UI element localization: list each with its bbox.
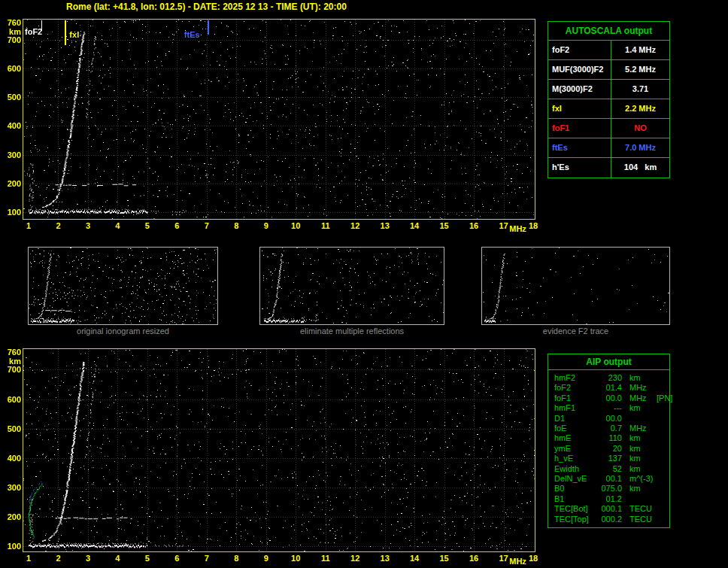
x-axis-label: 10: [287, 554, 304, 563]
x-axis-label: 16: [466, 554, 482, 563]
fxi-marker-label: fxI: [69, 30, 79, 39]
aip-extra: [655, 494, 669, 504]
x-axis-label: 11: [317, 554, 334, 563]
ftes-marker-line: [208, 20, 209, 35]
aip-val: 00.1: [596, 474, 622, 484]
thumbnail-evidence-f2: [481, 247, 670, 325]
aip-output-rows: hmF2230kmfoF201.4MHzfoF100.0MHz[PN]hmF1-…: [548, 373, 669, 524]
aip-row: foF100.0MHz[PN]: [548, 393, 669, 403]
x-axis-label: 14: [406, 221, 423, 230]
x-axis-label: 18: [525, 221, 541, 230]
aip-extra: [655, 474, 669, 484]
y-axis-label: 760: [2, 348, 21, 357]
y-axis-label: 400: [2, 454, 21, 463]
aip-unit: km: [622, 484, 655, 494]
aip-lab: foF2: [554, 383, 596, 393]
aip-row: DelN_vE00.1m^(-3): [548, 474, 669, 484]
autoscala-row: foF1NO: [548, 119, 669, 138]
aip-unit: km: [622, 464, 655, 474]
aip-lab: Ewidth: [554, 464, 596, 474]
aip-unit: MHz: [622, 383, 655, 393]
x-axis-label: 13: [377, 221, 393, 230]
aip-extra: [655, 373, 669, 383]
x-axis-label: 5: [139, 221, 156, 230]
aip-lab: TEC[Top]: [554, 515, 596, 524]
y-axis-unit: km: [2, 357, 21, 366]
autoscala-row-label: foF1: [548, 119, 611, 138]
x-axis-unit: MHz: [509, 224, 526, 233]
aip-extra: [655, 383, 669, 393]
aip-lab: B0: [554, 484, 596, 494]
ionogram-bottom: [23, 348, 535, 552]
autoscala-row: foF21.4 MHz: [548, 41, 669, 60]
thumbnail-evidence-canvas: [482, 248, 669, 324]
y-axis-label: 600: [2, 395, 21, 404]
aip-row: Ewidth52km: [548, 464, 669, 474]
aip-extra: [655, 424, 669, 433]
aip-row: B0075.0km: [548, 484, 669, 494]
aip-lab: hmF1: [554, 403, 596, 413]
ionogram-bottom-canvas: [23, 349, 535, 551]
x-axis-label: 10: [287, 221, 304, 230]
autoscala-window: Rome (lat: +41.8, lon: 012.5) - DATE: 20…: [0, 0, 728, 568]
autoscala-row-value: 3.71: [611, 80, 669, 99]
autoscala-row-label: foF2: [548, 41, 611, 59]
x-axis-label: 15: [436, 554, 453, 563]
x-axis-label: 1: [20, 221, 37, 230]
x-axis-label: 8: [228, 554, 244, 563]
aip-row: ymE20km: [548, 444, 669, 454]
thumbnail-caption-original: original ionogram resized: [28, 327, 218, 336]
aip-unit: km: [622, 444, 655, 454]
ftes-marker-label: ftEs: [184, 30, 200, 39]
aip-extra: [655, 484, 669, 494]
x-axis-label: 12: [347, 221, 363, 230]
fxi-marker-line: [65, 20, 66, 45]
aip-row: hmF2230km: [548, 373, 669, 383]
x-axis-label: 12: [347, 554, 363, 563]
aip-val: 0.7: [596, 424, 622, 433]
aip-lab: foF1: [554, 393, 596, 403]
y-axis-label: 600: [2, 64, 21, 73]
aip-unit: m^(-3): [622, 474, 655, 484]
autoscala-row: h'Es104 km: [548, 158, 669, 178]
autoscala-row-value: NO: [611, 119, 669, 138]
page-title: Rome (lat: +41.8, lon: 012.5) - DATE: 20…: [66, 2, 347, 12]
aip-unit: MHz: [622, 424, 655, 433]
autoscala-row: ftEs7.0 MHz: [548, 138, 669, 158]
x-axis-label: 14: [406, 554, 423, 563]
aip-val: 00.0: [596, 414, 622, 424]
aip-lab: ymE: [554, 444, 596, 454]
x-axis-label: 5: [139, 554, 156, 563]
autoscala-row-label: ftEs: [548, 138, 611, 157]
x-axis-label: 2: [50, 554, 66, 563]
x-axis-label: 6: [168, 221, 185, 230]
x-axis-label: 15: [436, 221, 453, 230]
thumbnail-original-ionogram: [28, 247, 218, 325]
y-axis-label: 200: [2, 512, 21, 521]
aip-lab: B1: [554, 494, 596, 504]
y-axis-label: 300: [2, 150, 21, 159]
autoscala-row: MUF(3000)F25.2 MHz: [548, 60, 669, 80]
aip-unit: [622, 414, 655, 424]
autoscala-row-value: 5.2 MHz: [611, 60, 669, 79]
thumbnail-eliminate-reflections: [259, 247, 444, 325]
ionogram-top: foF2fxIftEs: [23, 19, 535, 220]
autoscala-output-rows: foF21.4 MHzMUF(3000)F25.2 MHzM(3000)F23.…: [548, 41, 669, 178]
aip-val: 01.2: [596, 494, 622, 504]
autoscala-row-label: h'Es: [548, 158, 611, 178]
aip-unit: [622, 494, 655, 504]
aip-row: h_vE137km: [548, 454, 669, 463]
y-axis-label: 400: [2, 121, 21, 130]
autoscala-row-label: MUF(3000)F2: [548, 60, 611, 79]
y-axis-label: 500: [2, 424, 21, 433]
aip-val: 230: [596, 373, 622, 383]
aip-extra: [PN]: [655, 393, 672, 403]
aip-row: D100.0: [548, 414, 669, 424]
autoscala-row-value: 7.0 MHz: [611, 138, 669, 157]
aip-unit: km: [622, 454, 655, 463]
aip-lab: DelN_vE: [554, 474, 596, 484]
y-axis-label: 100: [2, 208, 21, 217]
aip-lab: hmE: [554, 433, 596, 443]
ionogram-top-canvas: [23, 20, 535, 219]
aip-val: 20: [596, 444, 622, 454]
